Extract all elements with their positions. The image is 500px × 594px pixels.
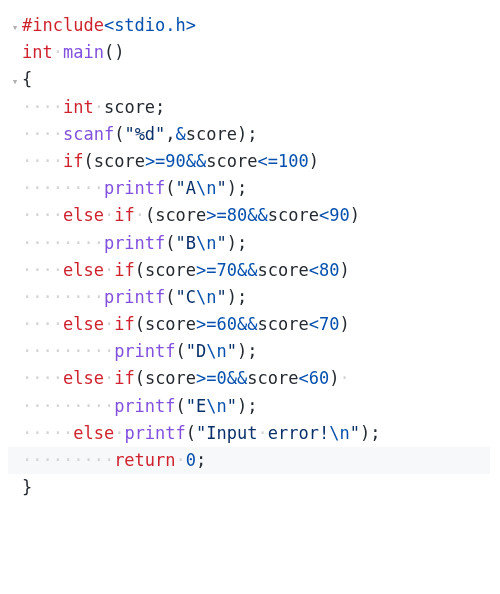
keyword-int: int [63, 97, 94, 117]
code-line-9: ········printf("B\n"); [8, 230, 490, 257]
fn-printf: printf [104, 233, 165, 253]
code-line-3: ▾ { [8, 66, 490, 93]
brace-close: } [22, 477, 32, 497]
fn-printf: printf [114, 396, 175, 416]
code-line-10: ····else·if(score>=70&&score<80) [8, 257, 490, 284]
keyword-else: else [63, 205, 104, 225]
code-line-6: ····if(score>=90&&score<=100) [8, 148, 490, 175]
code-line-16: ·····else·printf("Input·error!\n"); [8, 420, 490, 447]
keyword-if: if [114, 260, 134, 280]
keyword-if: if [114, 314, 134, 334]
code-line-2: int·main() [8, 39, 490, 66]
keyword-return: return [114, 450, 175, 470]
fn-main: main [63, 42, 104, 62]
fn-printf: printf [104, 178, 165, 198]
keyword-if: if [63, 151, 83, 171]
fn-printf: printf [104, 287, 165, 307]
preprocessor: #include [22, 15, 104, 35]
fn-scanf: scanf [63, 124, 114, 144]
code-line-12: ····else·if(score>=60&&score<70) [8, 311, 490, 338]
keyword-if: if [114, 205, 134, 225]
keyword-else: else [73, 423, 114, 443]
code-line-18: } [8, 474, 490, 501]
keyword-else: else [63, 260, 104, 280]
code-line-11: ········printf("C\n"); [8, 284, 490, 311]
fold-icon[interactable]: ▾ [8, 73, 22, 91]
keyword-if: if [114, 368, 134, 388]
format-string: "%d" [124, 124, 165, 144]
fn-printf: printf [124, 423, 185, 443]
code-line-5: ····scanf("%d",&score); [8, 121, 490, 148]
fn-printf: printf [114, 341, 175, 361]
fold-icon[interactable]: ▾ [8, 19, 22, 37]
code-line-14: ····else·if(score>=0&&score<60)· [8, 365, 490, 392]
code-line-13: ·········printf("D\n"); [8, 338, 490, 365]
keyword-else: else [63, 368, 104, 388]
brace-open: { [22, 69, 32, 89]
code-line-8: ····else·if·(score>=80&&score<90) [8, 202, 490, 229]
keyword-int: int [22, 42, 53, 62]
code-line-15: ·········printf("E\n"); [8, 393, 490, 420]
keyword-else: else [63, 314, 104, 334]
include-path: <stdio.h> [104, 15, 196, 35]
var-score: score [104, 97, 155, 117]
code-line-7: ········printf("A\n"); [8, 175, 490, 202]
code-line-4: ····int·score; [8, 94, 490, 121]
code-line-17: ·········return·0; [8, 447, 490, 474]
code-line-1: ▾ #include<stdio.h> [8, 12, 490, 39]
